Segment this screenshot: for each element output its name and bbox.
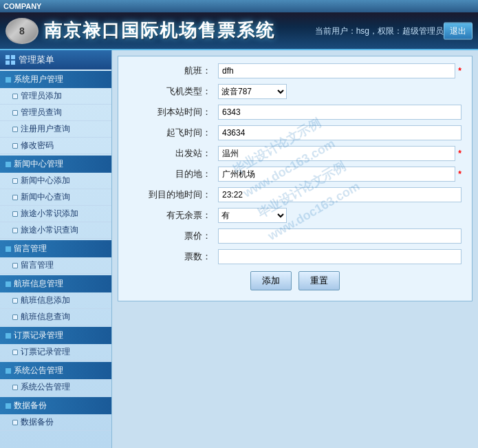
form-label-9: 票数： <box>129 250 218 263</box>
sidebar-item-6-0[interactable]: 数据备份 <box>0 414 111 431</box>
form-row-1: 飞机类型：波音737波音747波音787空客A320空客A380 <box>129 84 461 99</box>
arrive-dest-time-input[interactable] <box>218 187 461 202</box>
section-icon <box>6 246 11 252</box>
sidebar-section-5: 系统公告管理 <box>0 362 111 379</box>
form-label-5: 目的地： <box>129 168 218 180</box>
section-icon <box>6 368 11 374</box>
form-row-7: 有无余票：有无 <box>129 208 461 223</box>
sidebar-item-3-1[interactable]: 航班信息查询 <box>0 309 111 326</box>
item-dot <box>12 94 18 99</box>
main-layout: 管理菜单 系统用户管理管理员添加管理员查询注册用户查询修改密码新闻中心管理新闻中… <box>0 50 478 448</box>
logo-badge: 8 <box>6 18 39 44</box>
item-dot <box>12 110 18 116</box>
item-label: 订票记录管理 <box>21 346 70 358</box>
required-marker-0: * <box>458 66 461 76</box>
destination-input[interactable] <box>218 167 455 182</box>
sidebar-header: 管理菜单 <box>0 50 111 70</box>
item-label: 修改密码 <box>21 140 54 151</box>
item-label: 数据备份 <box>21 416 54 428</box>
form-row-4: 出发站：* <box>129 146 461 161</box>
add-button[interactable]: 添加 <box>250 271 292 290</box>
form-container: 航班：*飞机类型：波音737波音747波音787空客A320空客A380到本站时… <box>118 56 472 301</box>
section-icon <box>6 281 11 287</box>
flight-input[interactable] <box>218 63 455 78</box>
item-dot <box>12 314 18 320</box>
form-row-8: 票价： <box>129 228 461 244</box>
reset-button[interactable]: 重置 <box>298 271 340 290</box>
required-marker-4: * <box>458 149 461 158</box>
form-label-4: 出发站： <box>129 147 218 160</box>
sidebar-item-0-3[interactable]: 修改密码 <box>0 138 111 154</box>
sidebar-item-0-1[interactable]: 管理员查询 <box>0 105 111 121</box>
sidebar-item-1-3[interactable]: 旅途小常识查询 <box>0 222 111 239</box>
sidebar-section-2: 留言管理 <box>0 240 111 257</box>
section-title: 系统用户管理 <box>14 74 63 85</box>
from-station-input[interactable] <box>218 146 455 161</box>
sidebar-item-5-0[interactable]: 系统公告管理 <box>0 379 111 396</box>
item-dot <box>12 385 18 390</box>
sidebar-item-1-1[interactable]: 新闻中心查询 <box>0 189 111 206</box>
item-dot <box>12 263 18 268</box>
section-title: 航班信息管理 <box>14 278 63 290</box>
sidebar-item-2-0[interactable]: 留言管理 <box>0 257 111 274</box>
sidebar-section-6: 数据备份 <box>0 397 111 414</box>
form-label-1: 飞机类型： <box>129 85 218 98</box>
aircraft-type-select[interactable]: 波音737波音747波音787空客A320空客A380 <box>218 84 287 99</box>
item-label: 航班信息添加 <box>21 295 70 306</box>
ticket-available-select[interactable]: 有无 <box>218 208 287 223</box>
item-label: 系统公告管理 <box>21 381 70 393</box>
item-label: 留言管理 <box>21 259 54 271</box>
form-label-2: 到本站时间： <box>129 106 218 118</box>
item-dot <box>12 350 18 355</box>
arrive-time-input[interactable] <box>218 105 461 120</box>
section-icon <box>6 77 11 83</box>
form-label-3: 起飞时间： <box>129 127 218 139</box>
user-info: 当前用户：hsg，权限：超级管理员 <box>315 25 444 36</box>
item-dot <box>12 211 18 217</box>
company-label: COMPANY <box>3 2 41 10</box>
badge-number: 8 <box>19 25 25 36</box>
form-label-0: 航班： <box>129 65 218 77</box>
depart-time-input[interactable] <box>218 125 461 140</box>
ticket-price-input[interactable] <box>218 228 461 244</box>
required-marker-5: * <box>458 169 461 179</box>
item-label: 新闻中心查询 <box>21 191 70 203</box>
section-title: 订票记录管理 <box>14 330 63 341</box>
form-label-6: 到目的地时间： <box>129 189 218 201</box>
sidebar-item-0-0[interactable]: 管理员添加 <box>0 88 111 105</box>
menu-label: 管理菜单 <box>19 54 54 66</box>
sidebar-item-1-2[interactable]: 旅途小常识添加 <box>0 206 111 222</box>
section-title: 系统公告管理 <box>14 365 63 376</box>
sidebar-item-3-0[interactable]: 航班信息添加 <box>0 292 111 309</box>
sidebar-item-0-2[interactable]: 注册用户查询 <box>0 121 111 138</box>
company-bar: COMPANY <box>0 0 478 12</box>
form-row-2: 到本站时间： <box>129 105 461 120</box>
item-dot <box>12 420 18 425</box>
section-icon <box>6 162 11 167</box>
logout-button[interactable]: 退出 <box>444 22 472 39</box>
form-label-8: 票价： <box>129 230 218 242</box>
menu-icon <box>6 55 15 65</box>
section-icon <box>6 333 11 339</box>
form-row-9: 票数： <box>129 249 461 264</box>
item-label: 管理员查询 <box>21 107 62 118</box>
form-label-7: 有无余票： <box>129 209 218 222</box>
form-row-5: 目的地：* <box>129 167 461 182</box>
section-title: 新闻中心管理 <box>14 158 63 170</box>
sidebar-item-4-0[interactable]: 订票记录管理 <box>0 344 111 361</box>
item-dot <box>12 143 18 149</box>
item-label: 注册用户查询 <box>21 123 70 135</box>
sidebar-item-1-0[interactable]: 新闻中心添加 <box>0 173 111 189</box>
item-label: 旅途小常识查询 <box>21 224 78 236</box>
section-title: 数据备份 <box>14 400 47 412</box>
sidebar: 管理菜单 系统用户管理管理员添加管理员查询注册用户查询修改密码新闻中心管理新闻中… <box>0 50 112 448</box>
sidebar-sections: 系统用户管理管理员添加管理员查询注册用户查询修改密码新闻中心管理新闻中心添加新闻… <box>0 71 111 431</box>
ticket-count-input[interactable] <box>218 249 461 264</box>
item-label: 航班信息查询 <box>21 311 70 323</box>
form-row-6: 到目的地时间： <box>129 187 461 202</box>
section-icon <box>6 403 11 409</box>
item-label: 旅途小常识添加 <box>21 208 78 220</box>
sidebar-section-0: 系统用户管理 <box>0 71 111 88</box>
item-label: 管理员添加 <box>21 90 62 102</box>
content-area: 航班：*飞机类型：波音737波音747波音787空客A320空客A380到本站时… <box>112 50 478 448</box>
